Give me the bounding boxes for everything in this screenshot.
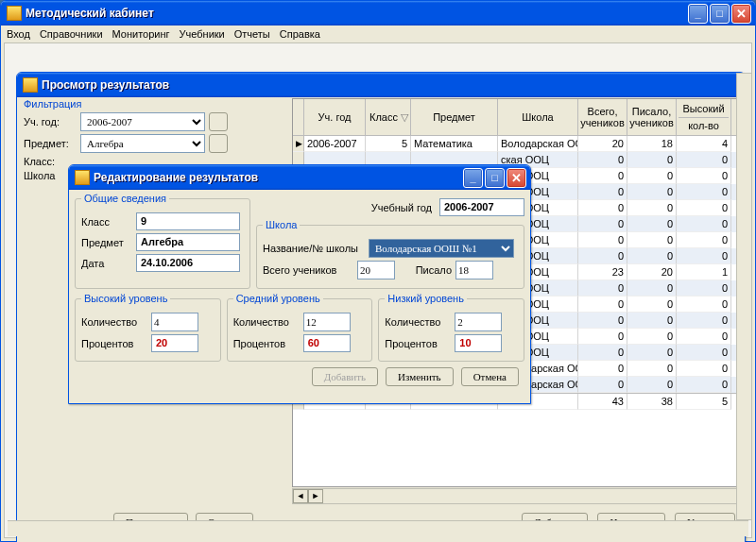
mid-group-label: Средний уровень xyxy=(233,293,323,304)
school-group-label: Школа xyxy=(263,219,300,230)
results-title: Просмотр результатов xyxy=(42,78,741,92)
grid-col-high[interactable]: Высокийкол-во xyxy=(677,99,731,135)
edit-dialog: Редактирование результатов _ □ ✕ Общие с… xyxy=(68,164,531,404)
low-group-label: Низкий уровень xyxy=(385,293,467,304)
low-pct-label: Процентов xyxy=(385,338,451,349)
subject-value: Алгебра xyxy=(136,233,240,251)
low-group: Низкий уровень Количество Процентов10 xyxy=(378,293,524,362)
dialog-add-button[interactable]: Добавить xyxy=(312,367,378,386)
grid-col-year[interactable]: Уч. год xyxy=(304,99,366,135)
filter-year-label: Уч. год: xyxy=(24,116,77,127)
wrote-label: Писало xyxy=(399,264,452,276)
wrote-input[interactable] xyxy=(455,261,493,279)
app-icon xyxy=(75,170,90,185)
maximize-icon[interactable]: □ xyxy=(710,4,730,24)
menu-item[interactable]: Справка xyxy=(280,28,320,40)
dialog-cancel-button[interactable]: Отмена xyxy=(461,367,519,386)
date-label: Дата xyxy=(81,258,132,269)
low-count-label: Количество xyxy=(385,316,451,328)
date-value: 24.10.2006 xyxy=(136,254,240,272)
mid-count-input[interactable] xyxy=(303,313,351,331)
minimize-icon[interactable]: _ xyxy=(463,168,483,188)
high-count-input[interactable] xyxy=(151,313,198,331)
grid-wrote-sum: 38 xyxy=(627,394,677,410)
edit-dialog-titlebar[interactable]: Редактирование результатов _ □ ✕ xyxy=(69,165,530,190)
school-select[interactable]: Володарская ООШ №1 xyxy=(369,239,514,258)
menu-item[interactable]: Справочники xyxy=(40,28,103,40)
school-name-label: Название/№ школы xyxy=(263,243,365,254)
grid-col-total[interactable]: Всего, учеников xyxy=(578,99,627,135)
high-count-label: Количество xyxy=(81,316,147,328)
main-menubar: Вход Справочники Мониторинг Учебники Отч… xyxy=(1,25,755,42)
grid-col-school[interactable]: Школа xyxy=(498,99,578,135)
year-label: Учебный год xyxy=(371,202,432,213)
year-value: 2006-2007 xyxy=(439,198,524,216)
high-group-label: Высокий уровень xyxy=(81,293,170,304)
filter-subject-label: Предмет: xyxy=(24,138,77,149)
subject-label: Предмет xyxy=(81,237,132,248)
dialog-edit-button[interactable]: Изменить xyxy=(386,367,454,386)
grid-col-wrote[interactable]: Писало, учеников xyxy=(627,99,677,135)
maximize-icon[interactable]: □ xyxy=(485,168,505,188)
grid-indicator-header xyxy=(293,99,304,135)
mid-pct-label: Процентов xyxy=(233,338,300,349)
menu-item[interactable]: Вход xyxy=(7,28,30,40)
total-input[interactable] xyxy=(357,261,395,279)
low-pct-value: 10 xyxy=(455,334,502,352)
grid-high-sum: 5 xyxy=(677,394,731,410)
class-value: 9 xyxy=(136,212,240,230)
general-group: Общие сведения Класс9 ПредметАлгебра Дат… xyxy=(75,193,250,289)
filter-subject-extra-button[interactable] xyxy=(209,134,228,153)
filter-subject-select[interactable]: Алгебра xyxy=(80,134,205,153)
grid-total-sum: 43 xyxy=(578,394,627,410)
high-group: Высокий уровень Количество Процентов20 xyxy=(75,293,221,362)
main-title: Методический кабинет xyxy=(26,7,688,20)
mdi-hscrollbar[interactable] xyxy=(8,520,748,536)
total-label: Всего учеников xyxy=(263,264,353,276)
grid-hscrollbar[interactable]: ◄ ► xyxy=(292,488,742,504)
results-titlebar[interactable]: Просмотр результатов xyxy=(17,73,745,97)
high-pct-label: Процентов xyxy=(81,338,147,349)
mid-group: Средний уровень Количество Процентов60 xyxy=(227,293,373,362)
menu-item[interactable]: Мониторинг xyxy=(112,28,170,40)
app-icon xyxy=(23,77,38,93)
filter-year-extra-button[interactable] xyxy=(209,112,228,131)
app-icon xyxy=(7,6,22,21)
scroll-left-icon[interactable]: ◄ xyxy=(293,489,308,503)
scroll-right-icon[interactable]: ► xyxy=(308,489,323,503)
grid-col-class[interactable]: Класс ▽ xyxy=(366,99,411,135)
grid-col-subject[interactable]: Предмет xyxy=(411,99,498,135)
high-pct-value: 20 xyxy=(151,334,198,352)
grid-header: Уч. год Класс ▽ Предмет Школа Всего, уче… xyxy=(293,99,741,136)
close-icon[interactable]: ✕ xyxy=(507,168,526,188)
class-label: Класс xyxy=(81,216,132,228)
close-icon[interactable]: ✕ xyxy=(731,4,751,24)
school-group: Школа Название/№ школы Володарская ООШ №… xyxy=(256,219,524,289)
mid-pct-value: 60 xyxy=(303,334,351,352)
minimize-icon[interactable]: _ xyxy=(688,4,708,24)
filter-year-select[interactable]: 2006-2007 xyxy=(80,112,205,131)
main-titlebar[interactable]: Методический кабинет _ □ ✕ xyxy=(1,1,755,25)
mdi-vscrollbar[interactable] xyxy=(736,73,752,520)
table-row[interactable]: ▶2006-20075МатематикаВолодарская ООЦ2018… xyxy=(293,136,741,152)
edit-dialog-title: Редактирование результатов xyxy=(94,171,463,184)
menu-item[interactable]: Отчеты xyxy=(234,28,270,40)
low-count-input[interactable] xyxy=(455,313,502,331)
mid-count-label: Количество xyxy=(233,316,300,328)
general-group-label: Общие сведения xyxy=(81,193,169,204)
menu-item[interactable]: Учебники xyxy=(180,28,225,40)
filter-group-label: Фильтрация xyxy=(24,98,279,110)
sort-icon: ▽ xyxy=(401,111,408,124)
